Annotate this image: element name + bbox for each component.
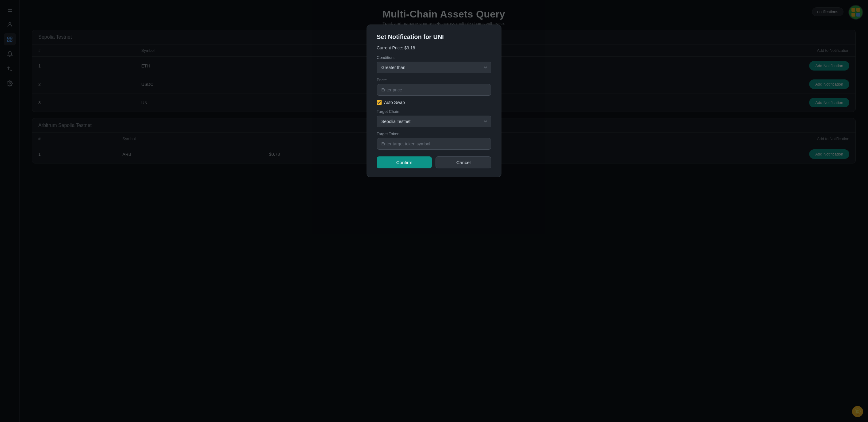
- condition-select[interactable]: Greater than Less than Equal to: [377, 62, 491, 73]
- modal-actions: Confirm Cancel: [377, 156, 491, 169]
- cancel-button[interactable]: Cancel: [436, 156, 491, 169]
- modal-current-price: Current Price: $9.18: [377, 46, 491, 50]
- price-label: Price:: [377, 78, 491, 82]
- auto-swap-row: Auto Swap: [377, 100, 491, 105]
- notification-modal: Set Notification for UNI Current Price: …: [367, 25, 501, 177]
- condition-label: Condition:: [377, 55, 491, 60]
- modal-title: Set Notification for UNI: [377, 33, 491, 40]
- confirm-button[interactable]: Confirm: [377, 156, 432, 169]
- modal-overlay[interactable]: Set Notification for UNI Current Price: …: [0, 0, 868, 422]
- auto-swap-checkbox[interactable]: [377, 100, 381, 105]
- price-input[interactable]: [377, 84, 491, 96]
- target-token-input[interactable]: [377, 138, 491, 150]
- auto-swap-label: Auto Swap: [384, 100, 405, 105]
- target-chain-label: Target Chain:: [377, 109, 491, 114]
- target-chain-select[interactable]: Sepolia Testnet Arbitrum Sepolia Testnet…: [377, 116, 491, 127]
- target-token-label: Target Token:: [377, 131, 491, 136]
